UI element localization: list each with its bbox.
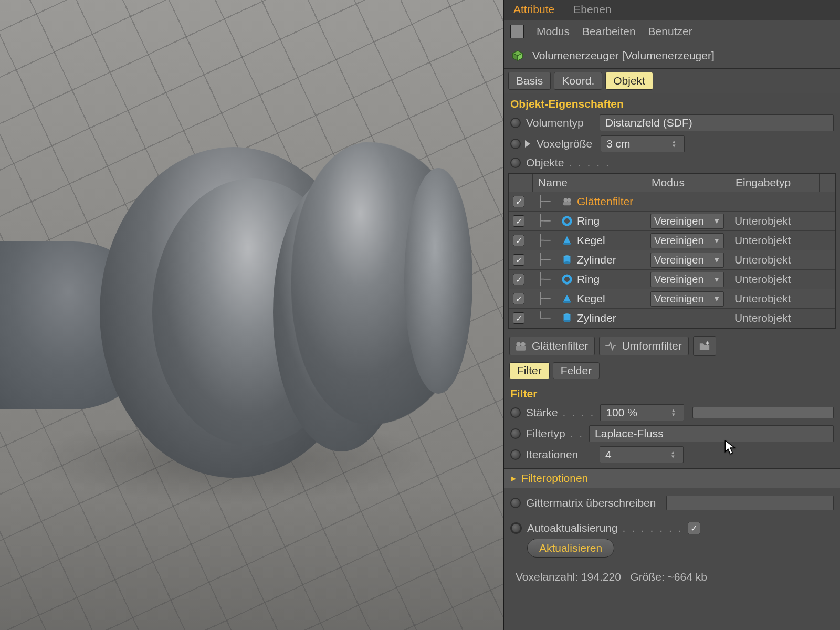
cone-icon [561,235,573,246]
filter-subtabs: Filter Felder [504,360,840,383]
btn-add-folder[interactable] [693,336,716,356]
collapser-filter-options[interactable]: ▸ Filteroptionen [504,468,840,488]
anim-led[interactable] [510,498,521,508]
table-row[interactable]: ✓├─ ZylinderVereinigen▼Unterobjekt [509,250,835,270]
label-iterations: Iterationen [526,448,594,461]
row-checkbox[interactable]: ✓ [513,254,524,266]
objects-table: Name Modus Eingabetyp ✓├─ Glättenfilter✓… [508,173,836,329]
table-row[interactable]: ✓├─ KegelVereinigen▼Unterobjekt [509,289,835,309]
row-name: Ring [577,215,600,227]
subtabs: Basis Koord. Objekt [504,69,840,93]
btn-smooth-filter[interactable]: Glättenfilter [509,337,595,355]
label-filtertype: Filtertyp . . [526,427,584,440]
tree-line: ├─ [537,215,557,227]
svg-point-9 [563,301,571,303]
checkbox-autoupdate[interactable]: ✓ [688,522,700,534]
section-filter: Filter [504,383,840,402]
subtab-filter[interactable]: Filter [509,362,550,379]
grid-icon[interactable] [510,25,524,38]
row-checkbox[interactable]: ✓ [513,312,524,324]
label-strength: Stärke . . . . [526,406,595,419]
input-iterations[interactable]: 4 [600,446,684,463]
table-row[interactable]: ✓├─ KegelVereinigen▼Unterobjekt [509,231,835,250]
tree-line: ├─ [537,273,557,286]
table-row[interactable]: ✓├─ RingVereinigen▼Unterobjekt [509,270,835,289]
anim-led[interactable] [510,139,521,149]
object-header: Volumenerzeuger [Volumenerzeuger] [504,43,840,69]
anim-led[interactable] [510,522,522,534]
cyl-icon [561,312,573,324]
tree-line: └─ [537,312,557,324]
mode-dropdown[interactable]: Vereinigen▼ [650,233,724,248]
triangle-right-icon: ▸ [511,472,516,484]
disclosure-icon[interactable] [525,140,530,148]
row-update-button: Aktualisieren [504,537,840,560]
th-name[interactable]: Name [533,174,646,192]
row-name: Ring [577,273,600,286]
ring-icon [561,274,573,285]
row-objects: Objekte . . . . . [504,154,840,171]
anim-led[interactable] [510,118,521,128]
subtab-objekt[interactable]: Objekt [605,72,653,90]
dropdown-volumetype[interactable]: Distanzfeld (SDF) [600,114,834,131]
anim-led[interactable] [510,449,521,460]
label-volumetype: Volumentyp [526,117,594,129]
mode-dropdown[interactable]: Vereinigen▼ [650,253,724,268]
tab-layers[interactable]: Ebenen [564,0,621,20]
toolbar-user[interactable]: Benutzer [648,25,692,38]
row-filtertype: Filtertyp . . Laplace-Fluss [504,423,840,444]
anim-led[interactable] [510,428,521,439]
row-checkbox[interactable]: ✓ [513,196,524,207]
row-volumetype: Volumentyp Distanzfeld (SDF) [504,112,840,133]
row-type: Unterobjekt [734,312,791,324]
row-strength: Stärke . . . . 100 % [504,402,840,423]
row-grid-override: Gittermatrix überschreiben [504,494,840,512]
input-voxelsize[interactable]: 3 cm [601,135,685,152]
th-type[interactable]: Eingabetyp [730,174,820,192]
toolbar-mode[interactable]: Modus [537,25,570,38]
svg-rect-13 [516,346,526,351]
table-row[interactable]: ✓├─ RingVereinigen▼Unterobjekt [509,212,835,231]
tab-attributes[interactable]: Attribute [504,0,564,20]
th-mode[interactable]: Modus [646,174,730,192]
label-autoupdate: Autoaktualisierung . . . . . . . [527,522,682,534]
status-bar: Voxelanzahl: 194.220 Größe: ~664 kb [504,563,840,591]
row-iterations: Iterationen 4 [504,444,840,465]
row-type: Unterobjekt [734,273,791,286]
anim-led[interactable] [510,158,521,168]
table-row[interactable]: ✓└─ ZylinderUnterobjekt [509,309,835,328]
attribute-panel: Attribute Ebenen Modus Bearbeiten Benutz… [504,0,840,630]
mode-dropdown[interactable]: Vereinigen▼ [650,291,724,307]
toolbar-edit[interactable]: Bearbeiten [582,25,636,38]
row-voxelsize: Voxelgröße 3 cm [504,133,840,154]
mode-dropdown[interactable]: Vereinigen▼ [650,214,724,229]
row-name: Zylinder [577,254,616,266]
row-type: Unterobjekt [734,234,791,247]
btn-reshape-filter[interactable]: Umformfilter [599,337,688,355]
subtab-koord[interactable]: Koord. [554,72,602,90]
svg-point-8 [563,276,571,284]
row-name: Zylinder [577,312,616,324]
subtab-fields[interactable]: Felder [553,362,600,379]
row-checkbox[interactable]: ✓ [513,215,524,227]
row-checkbox[interactable]: ✓ [513,235,524,246]
tree-line: ├─ [537,234,557,247]
svg-point-7 [564,261,571,264]
update-button[interactable]: Aktualisieren [527,539,614,558]
row-autoupdate: Autoaktualisierung . . . . . . . ✓ [504,520,840,537]
svg-point-2 [567,198,571,202]
filter-icon [561,196,573,207]
row-type: Unterobjekt [734,292,791,305]
tree-line: ├─ [537,254,557,266]
input-strength[interactable]: 100 % [600,404,684,421]
dropdown-filtertype[interactable]: Laplace-Fluss [589,425,834,442]
anim-led[interactable] [510,407,521,418]
table-row[interactable]: ✓├─ Glättenfilter [509,192,835,212]
row-checkbox[interactable]: ✓ [513,274,524,285]
viewport-3d[interactable] [0,0,504,630]
slider-strength[interactable] [692,407,834,418]
subtab-basis[interactable]: Basis [508,72,551,90]
input-grid-override[interactable] [666,496,834,510]
row-checkbox[interactable]: ✓ [513,293,524,304]
mode-dropdown[interactable]: Vereinigen▼ [650,272,724,287]
